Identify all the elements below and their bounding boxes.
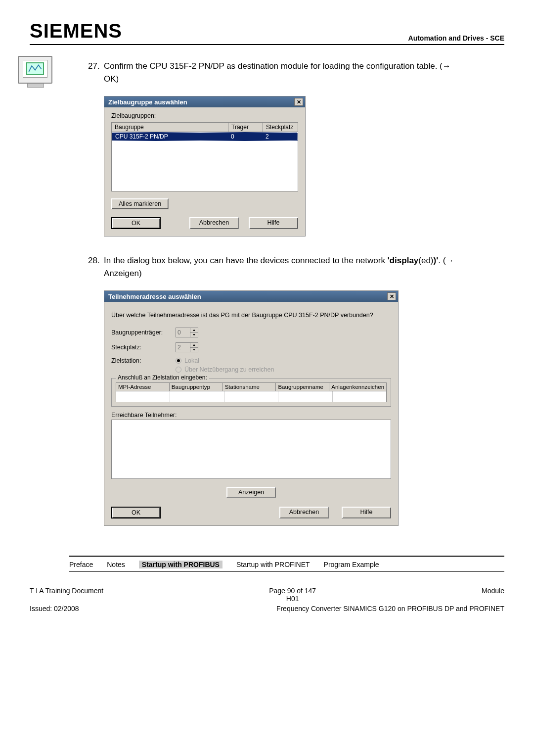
baugruppentraeger-label: Baugruppenträger:: [111, 329, 176, 336]
abbrechen-button[interactable]: Abbrechen: [279, 507, 329, 519]
step-text: In the dialog box below, you can have th…: [104, 254, 494, 280]
tab-startup-profibus[interactable]: Startup with PROFIBUS: [139, 561, 222, 568]
section-tabs: Preface Notes Startup with PROFIBUS Star…: [69, 556, 504, 572]
step-28-part-a: In the dialog box below, you can have th…: [104, 256, 388, 265]
steckplatz-input[interactable]: [176, 343, 190, 352]
step-number: 27.: [88, 60, 104, 85]
chevron-up-icon[interactable]: ▲: [190, 328, 198, 333]
steckplatz-stepper[interactable]: ▲▼: [176, 342, 198, 352]
cell-input[interactable]: [333, 391, 386, 402]
footer-h01: H01: [286, 595, 299, 603]
chevron-down-icon[interactable]: ▼: [190, 348, 198, 352]
footer-issued: Issued: 02/2008: [30, 605, 79, 613]
dialog2-description: Über welche Teilnehmeradresse ist das PG…: [111, 312, 391, 319]
row-steckplatz: Steckplatz: ▲▼: [111, 342, 391, 352]
chevron-down-icon[interactable]: ▼: [190, 333, 198, 337]
hilfe-button[interactable]: Hilfe: [249, 217, 298, 229]
cell-baugruppe: CPU 315F-2 PN/DP: [112, 133, 228, 141]
dialog1-titlebar: Zielbaugruppe auswählen ✕: [104, 96, 305, 107]
hilfe-button[interactable]: Hilfe: [342, 507, 391, 519]
footer-module: Module: [482, 587, 504, 603]
erreichbare-listbox[interactable]: [111, 420, 391, 479]
col-steckplatz: Steckplatz: [263, 123, 298, 132]
content-area: 27. Confirm the CPU 315F-2 PN/DP as dest…: [88, 60, 494, 526]
steckplatz-label: Steckplatz:: [111, 344, 176, 351]
cell-input[interactable]: [278, 391, 332, 402]
step-27-line2: OK): [104, 74, 119, 84]
col-traeger: Träger: [228, 123, 263, 132]
footer-page: Page 90 of 147: [269, 587, 316, 595]
anschluss-columns: MPI-Adresse Baugruppentyp Stationsname B…: [116, 382, 387, 391]
col-anlagenkennzeichen: Anlagenkennzeichen: [329, 383, 386, 391]
step-27-line1: Confirm the CPU 315F-2 PN/DP as destinat…: [104, 61, 451, 71]
cell-traeger: 0: [228, 133, 263, 141]
erreichbare-label: Erreichbare Teilnehmer:: [111, 412, 391, 419]
step-28-part-c: . (→: [438, 256, 454, 265]
dialog-zielbaugruppe: Zielbaugruppe auswählen ✕ Zielbaugruppen…: [104, 96, 306, 236]
anschluss-group-title: Anschluß an Zielstation eingeben:: [116, 374, 209, 381]
anschluss-group: Anschluß an Zielstation eingeben: MPI-Ad…: [111, 378, 391, 407]
ok-button[interactable]: OK: [111, 217, 161, 229]
tab-program-example[interactable]: Program Example: [324, 561, 379, 568]
step-number: 28.: [88, 254, 104, 280]
radio-netzuebergang[interactable]: [176, 367, 181, 373]
baugruppentraeger-stepper[interactable]: ▲▼: [176, 328, 198, 337]
close-icon[interactable]: ✕: [387, 292, 396, 300]
footer-subtitle: Frequency Converter SINAMICS G120 on PRO…: [276, 605, 504, 613]
radio-lokal-label: Lokal: [184, 357, 199, 364]
cell-input[interactable]: [170, 391, 224, 402]
tab-notes[interactable]: Notes: [107, 561, 125, 568]
radio-netzuebergang-label: Über Netzübergang zu erreichen: [184, 366, 274, 373]
step-27: 27. Confirm the CPU 315F-2 PN/DP as dest…: [88, 60, 494, 85]
anschluss-input-row[interactable]: [116, 391, 387, 402]
row-baugruppentraeger: Baugruppenträger: ▲▼: [111, 328, 391, 337]
step-28-part-d: Anzeigen): [104, 269, 142, 278]
col-baugruppentyp: Baugruppentyp: [170, 383, 223, 391]
table-row[interactable]: CPU 315F-2 PN/DP 0 2: [112, 132, 298, 141]
col-stationsname: Stationsname: [223, 383, 276, 391]
zielstation-label: Zielstation:: [111, 357, 176, 364]
radio-lokal[interactable]: [176, 358, 181, 364]
close-icon[interactable]: ✕: [294, 98, 303, 106]
abbrechen-button[interactable]: Abbrechen: [189, 217, 239, 229]
siemens-logo: SIEMENS: [30, 20, 122, 42]
header-subtitle: Automation and Drives - SCE: [408, 34, 504, 42]
col-baugruppenname: Baugruppenname: [276, 383, 329, 391]
step-text: Confirm the CPU 315F-2 PN/DP as destinat…: [104, 60, 494, 85]
cell-input[interactable]: [116, 391, 170, 402]
footer-meta-1: T I A Training Document Page 90 of 147 H…: [0, 582, 534, 605]
dialog2-title: Teilnehmeradresse auswählen: [108, 293, 201, 300]
page-header: SIEMENS Automation and Drives - SCE: [30, 20, 504, 45]
zielbaugruppen-label: Zielbaugruppen:: [111, 112, 298, 119]
col-baugruppe: Baugruppe: [112, 123, 228, 132]
cell-input[interactable]: [224, 391, 278, 402]
chevron-up-icon[interactable]: ▲: [190, 343, 198, 348]
step-28-part-b: (ed): [418, 256, 433, 265]
step-28-bold2: )': [434, 256, 439, 265]
step-28-bold1: 'display: [388, 256, 419, 265]
dialog2-titlebar: Teilnehmeradresse auswählen ✕: [104, 291, 398, 302]
tab-startup-profinet[interactable]: Startup with PROFINET: [236, 561, 310, 568]
dialog1-title: Zielbaugruppe auswählen: [108, 98, 187, 106]
anzeigen-button[interactable]: Anzeigen: [226, 487, 276, 498]
col-mpi-adresse: MPI-Adresse: [116, 383, 170, 391]
footer-meta-2: Issued: 02/2008 Frequency Converter SINA…: [0, 605, 534, 627]
dialog-teilnehmeradresse: Teilnehmeradresse auswählen ✕ Über welch…: [104, 290, 399, 526]
module-table[interactable]: Baugruppe Träger Steckplatz CPU 315F-2 P…: [111, 122, 298, 191]
step-28: 28. In the dialog box below, you can hav…: [88, 254, 494, 280]
table-header: Baugruppe Träger Steckplatz: [112, 123, 298, 132]
baugruppentraeger-input[interactable]: [176, 328, 190, 337]
footer-doc-title: T I A Training Document: [30, 587, 103, 603]
ok-button[interactable]: OK: [111, 507, 161, 519]
row-zielstation: Zielstation: Lokal Über Netzübergang zu …: [111, 357, 391, 373]
tab-preface[interactable]: Preface: [69, 561, 93, 568]
alles-markieren-button[interactable]: Alles markieren: [111, 198, 169, 209]
monitor-icon: [18, 56, 53, 89]
cell-steckplatz: 2: [263, 133, 297, 141]
